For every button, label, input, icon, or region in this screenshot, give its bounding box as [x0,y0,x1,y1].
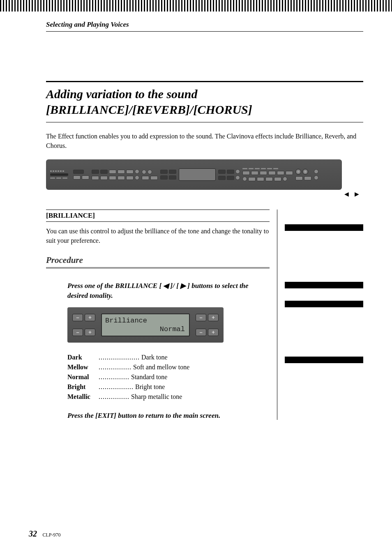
page-footer: 32 CLP-970 [29,529,61,539]
minus-button: – [196,329,206,336]
minus-button: – [196,314,206,321]
minus-button: – [72,314,83,321]
tone-name: Normal [67,372,97,382]
tone-desc: Dark tone [141,352,168,362]
brilliance-description: You can use this control to adjust the b… [46,227,270,245]
tone-name: Dark [67,352,97,362]
tone-name: Metallic [67,392,97,402]
title-line-2: [BRILLIANCE]/[REVERB]/[CHORUS] [46,103,252,116]
page-number: 32 [29,529,37,538]
plus-button: + [208,314,219,321]
lcd-screen: Brilliance Normal [101,313,190,336]
left-arrow-icon: ◀ [344,191,349,197]
tone-dots: ............... [99,392,129,402]
panel-callout-arrows: ◀ ▶ [63,191,359,197]
tone-row: Normal............... Standard tone [67,372,270,382]
plus-button: + [208,329,219,336]
sidebar-notes [277,210,363,419]
tone-name: Bright [67,382,97,392]
procedure-heading: Procedure [46,255,270,269]
page-title: Adding variation to the sound [BRILLIANC… [46,81,363,122]
tone-list: Dark.................... Dark toneMellow… [67,352,270,402]
redacted-bar [285,224,363,231]
redacted-bar [285,282,363,288]
barcode-strip [0,0,392,12]
lcd-title-text: Brilliance [105,317,147,325]
tone-desc: Sharp metallic tone [131,392,182,402]
tone-row: Metallic............... Sharp metallic t… [67,392,270,402]
instrument-panel-illustration [46,159,342,190]
tone-name: Mellow [67,362,97,372]
minus-button: – [72,329,83,336]
tone-desc: Bright tone [135,382,165,392]
redacted-bar [285,357,363,363]
right-arrow-icon: ▶ [355,191,359,197]
section-header: Selecting and Playing Voices [46,21,363,32]
brilliance-heading: [BRILLIANCE] [46,210,270,222]
model-name: CLP-970 [43,532,61,538]
intro-paragraph: The Effect function enables you to add e… [46,131,363,150]
tone-dots: ............... [99,372,129,382]
tone-dots: ................. [99,382,134,392]
tone-desc: Soft and mellow tone [133,362,189,372]
plus-button: + [85,314,95,321]
redacted-bar [285,301,363,307]
title-line-1: Adding variation to the sound [46,87,197,101]
lcd-panel-illustration: – + – + Brilliance Normal – + [67,307,224,343]
tone-dots: ................ [99,362,131,372]
tone-dots: .................... [99,352,140,362]
lcd-value-text: Normal [160,325,185,333]
procedure-step-1: Press one of the BRILLIANCE [ ◀ ]/ [ ▶ ]… [67,281,265,301]
procedure-step-2: Press the [EXIT] button to return to the… [67,412,270,420]
tone-desc: Standard tone [131,372,167,382]
tone-row: Dark.................... Dark tone [67,352,270,362]
tone-row: Bright................. Bright tone [67,382,270,392]
tone-row: Mellow................ Soft and mellow t… [67,362,270,372]
plus-button: + [85,329,95,336]
